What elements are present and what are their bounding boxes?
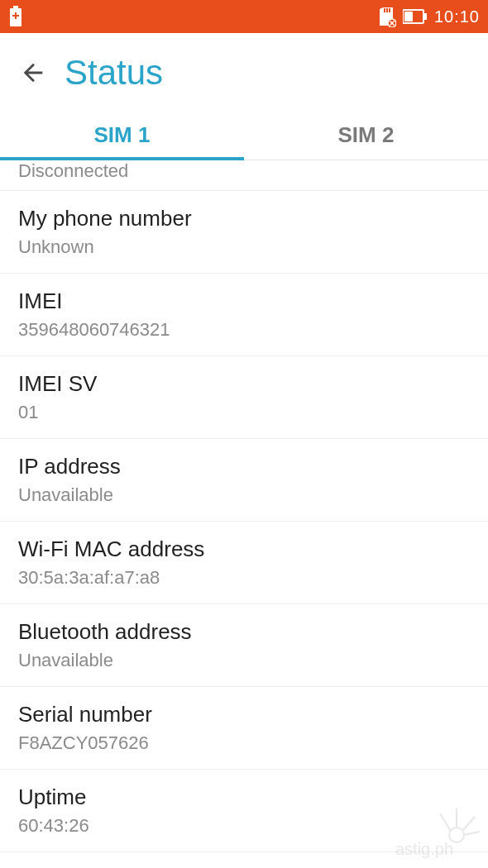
- list-item-value: Unknown: [18, 236, 470, 258]
- list-item[interactable]: My phone number Unknown: [0, 191, 488, 274]
- battery-charging-icon: [8, 6, 23, 27]
- list-item-title: Bluetooth address: [18, 619, 470, 645]
- tab-sim-2[interactable]: SIM 2: [244, 106, 488, 160]
- list-item-title: My phone number: [18, 206, 470, 231]
- list-item-title: Serial number: [18, 702, 470, 727]
- list-item[interactable]: IP address Unavailable: [0, 439, 488, 522]
- list-item[interactable]: Wi-Fi MAC address 30:5a:3a:af:a7:a8: [0, 522, 488, 604]
- list-item[interactable]: Bluetooth address Unavailable: [0, 604, 488, 687]
- list-item-value: Disconnected: [18, 160, 470, 182]
- list-item-value: Unavailable: [18, 650, 470, 671]
- list-item-value: F8AZCY057626: [18, 732, 470, 754]
- sim-tabs: SIM 1 SIM 2: [0, 106, 488, 160]
- sd-card-error-icon: [378, 6, 396, 27]
- list-item[interactable]: IMEI 359648060746321: [0, 274, 488, 356]
- list-item-title: Uptime: [18, 785, 470, 810]
- list-item-value: 60:43:26: [18, 815, 470, 837]
- list-item[interactable]: Serial number F8AZCY057626: [0, 687, 488, 770]
- list-item-value: Unavailable: [18, 484, 470, 506]
- list-item-title: IP address: [18, 454, 470, 479]
- list-item-title: Wi-Fi MAC address: [18, 537, 470, 562]
- list-item-title: IMEI: [18, 289, 470, 314]
- status-bar-right: 10:10: [378, 6, 480, 27]
- list-item-title: IMEI SV: [18, 371, 470, 397]
- list-item-partial: Disconnected: [0, 160, 488, 191]
- svg-rect-1: [13, 6, 18, 8]
- svg-rect-4: [384, 8, 385, 12]
- status-bar-clock: 10:10: [434, 7, 480, 26]
- status-list[interactable]: Disconnected My phone number Unknown IME…: [0, 160, 488, 862]
- back-button[interactable]: [18, 58, 48, 88]
- svg-rect-11: [424, 13, 427, 20]
- tab-sim-1[interactable]: SIM 1: [0, 106, 244, 160]
- tab-label: SIM 1: [94, 122, 151, 147]
- svg-rect-6: [389, 8, 390, 12]
- page-title: Status: [65, 53, 163, 93]
- svg-rect-12: [404, 12, 413, 21]
- list-item-value: 30:5a:3a:af:a7:a8: [18, 567, 470, 589]
- app-bar: Status: [0, 33, 488, 106]
- status-bar: 10:10: [0, 0, 488, 33]
- battery-icon: [403, 9, 428, 24]
- tab-label: SIM 2: [338, 122, 395, 147]
- status-bar-left: [8, 6, 23, 27]
- list-item-value: 359648060746321: [18, 319, 470, 341]
- svg-rect-5: [386, 8, 388, 12]
- list-item[interactable]: IMEI SV 01: [0, 356, 488, 439]
- svg-rect-3: [12, 15, 19, 17]
- list-item[interactable]: Uptime 60:43:26: [0, 770, 488, 852]
- list-item-value: 01: [18, 402, 470, 423]
